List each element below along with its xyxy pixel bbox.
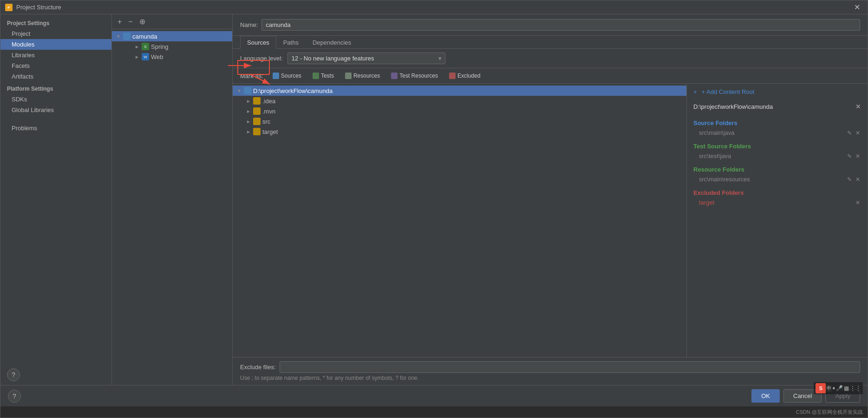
sidebar-help-button[interactable]: ?	[7, 368, 20, 381]
name-label: Name:	[240, 21, 258, 28]
tree-arrow-spring: ►	[134, 44, 140, 49]
footer-help-button[interactable]: ?	[8, 390, 21, 403]
test-source-folder-entry-0: src\test\java ✎ ✕	[693, 152, 861, 160]
module-tree: ▼ camunda ► S Spring ► W Web	[112, 29, 232, 385]
apply-button[interactable]: Apply	[825, 389, 860, 403]
sidebar-item-global-libraries[interactable]: Global Libraries	[0, 105, 111, 115]
sidebar-item-modules[interactable]: Modules	[0, 39, 111, 50]
resource-folder-remove-0[interactable]: ✕	[855, 176, 861, 183]
module-panel: + − ⊕ ▼ camunda ► S Spring	[112, 14, 233, 385]
language-row: Language level: 12 - No new language fea…	[233, 49, 868, 68]
add-content-root-icon: +	[693, 88, 697, 95]
excluded-folders-section: Excluded Folders target ✕	[693, 189, 861, 207]
root-arrow-icon: ▼	[236, 88, 242, 93]
exclude-files-input[interactable]	[280, 361, 860, 373]
content-root-path: D:\project\workFlow\camunda ✕	[693, 103, 861, 110]
language-level-label: Language level:	[240, 55, 283, 62]
mark-resources-button[interactable]: Resources	[341, 71, 384, 80]
resource-folder-entry-0: src\main\resources ✎ ✕	[693, 175, 861, 184]
source-folder-entry-0: src\main\java ✎ ✕	[693, 128, 861, 137]
tab-sources[interactable]: Sources	[240, 36, 276, 49]
file-tree-src[interactable]: ► src	[233, 116, 686, 126]
title-bar: P Project Structure ✕	[0, 0, 868, 14]
test-source-folder-remove-0[interactable]: ✕	[855, 153, 861, 159]
source-folder-edit-0[interactable]: ✎	[846, 130, 853, 136]
tab-paths[interactable]: Paths	[276, 36, 306, 49]
sidebar-item-project[interactable]: Project	[0, 28, 111, 39]
tree-item-web[interactable]: ► W Web	[119, 52, 232, 62]
file-tree-root[interactable]: ▼ D:\project\workFlow\camunda	[233, 86, 686, 96]
project-settings-heading: Project Settings	[0, 18, 111, 28]
file-tree-idea[interactable]: ► .idea	[233, 96, 686, 106]
cancel-button[interactable]: Cancel	[783, 389, 822, 403]
exclude-row: Exclude files:	[240, 361, 860, 373]
test-resources-color-icon	[391, 73, 398, 79]
exclude-hint: Use ; to separate name patterns, * for a…	[240, 375, 860, 381]
src-folder-icon	[253, 118, 261, 125]
test-source-folders-section: Test Source Folders src\test\java ✎ ✕	[693, 143, 861, 160]
file-tree-mvn[interactable]: ► .mvn	[233, 106, 686, 116]
copy-module-button[interactable]: ⊕	[137, 16, 147, 27]
sources-color-icon	[273, 73, 279, 79]
tree-arrow-camunda: ▼	[116, 33, 121, 39]
mark-tests-button[interactable]: Tests	[309, 71, 338, 80]
platform-settings-heading: Platform Settings	[0, 82, 111, 94]
add-content-root-button[interactable]: + + Add Content Root	[693, 88, 861, 95]
bottom-bar: CSDN @互联网全栈开发实战	[0, 406, 868, 418]
idea-folder-icon	[253, 97, 261, 105]
folder-icon-camunda	[123, 33, 131, 40]
mvn-arrow-icon: ►	[246, 108, 251, 114]
main-panel: Name: Sources Paths Dependencies Languag…	[233, 14, 868, 385]
sidebar-item-problems[interactable]: Problems	[0, 123, 111, 133]
name-row: Name:	[233, 14, 868, 36]
tree-item-spring[interactable]: ► S Spring	[119, 41, 232, 52]
mark-as-row: Mark as: Sources Tests Resources Test Re…	[233, 68, 868, 84]
svg-text:P: P	[7, 6, 10, 10]
resource-folders-section: Resource Folders src\main\resources ✎ ✕	[693, 166, 861, 184]
remove-module-button[interactable]: −	[126, 17, 134, 27]
mark-sources-button[interactable]: Sources	[269, 71, 305, 80]
mark-test-resources-button[interactable]: Test Resources	[387, 71, 442, 80]
sidebar-item-facets[interactable]: Facets	[0, 60, 111, 71]
sidebar: Project Settings Project Modules Librari…	[0, 14, 112, 385]
excluded-folder-actions-0: ✕	[855, 199, 861, 206]
mark-as-label: Mark as:	[240, 73, 263, 80]
close-button[interactable]: ✕	[851, 2, 863, 13]
excluded-folder-entry-0: target ✕	[693, 198, 861, 207]
watermark-text: CSDN @互联网全栈开发实战	[796, 409, 863, 416]
sidebar-item-libraries[interactable]: Libraries	[0, 50, 111, 60]
source-folders-section: Source Folders src\main\java ✎ ✕	[693, 119, 861, 137]
title-text: Project Structure	[16, 4, 851, 11]
ok-button[interactable]: OK	[751, 389, 780, 403]
content-root-close-button[interactable]: ✕	[855, 103, 861, 110]
tests-color-icon	[313, 73, 319, 79]
name-input[interactable]	[261, 19, 860, 31]
exclude-files-label: Exclude files:	[240, 364, 276, 371]
sidebar-item-sdks[interactable]: SDKs	[0, 94, 111, 105]
project-structure-window: P Project Structure ✕ Project Settings P…	[0, 0, 868, 418]
excluded-folder-remove-0[interactable]: ✕	[855, 199, 861, 206]
language-select[interactable]: 12 - No new language features 11 - Local…	[287, 53, 445, 64]
source-folder-actions-0: ✎ ✕	[846, 130, 861, 136]
module-toolbar: + − ⊕	[112, 14, 232, 29]
sidebar-bottom: ?	[0, 365, 111, 385]
tab-dependencies[interactable]: Dependencies	[306, 36, 358, 49]
bottom-area: Exclude files: Use ; to separate name pa…	[233, 357, 868, 385]
test-source-folder-edit-0[interactable]: ✎	[846, 153, 853, 159]
excluded-folder-path-0: target	[699, 199, 714, 206]
file-tree-target[interactable]: ► target	[233, 126, 686, 137]
tree-arrow-web: ►	[134, 54, 140, 60]
add-module-button[interactable]: +	[116, 17, 124, 27]
spring-icon: S	[142, 43, 149, 50]
sidebar-item-artifacts[interactable]: Artifacts	[0, 71, 111, 82]
source-folders-title: Source Folders	[693, 119, 861, 126]
idea-arrow-icon: ►	[246, 98, 251, 104]
right-panel: + + Add Content Root D:\project\workFlow…	[686, 84, 868, 357]
tree-item-camunda[interactable]: ▼ camunda	[112, 31, 232, 41]
mark-excluded-button[interactable]: Excluded	[445, 71, 484, 80]
source-folder-remove-0[interactable]: ✕	[855, 130, 861, 136]
resource-folder-edit-0[interactable]: ✎	[846, 176, 853, 183]
target-arrow-icon: ►	[246, 129, 251, 134]
test-source-folder-actions-0: ✎ ✕	[846, 153, 861, 159]
mvn-folder-icon	[253, 107, 261, 115]
